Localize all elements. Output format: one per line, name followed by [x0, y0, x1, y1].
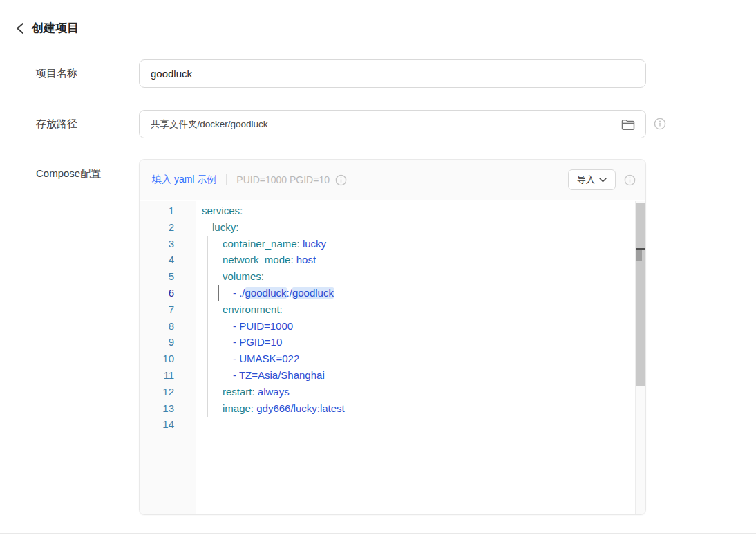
create-project-page: 创建项目 项目名称 存放路径 Compose配置 填入 yaml 示例 PUID… — [0, 0, 756, 542]
import-info-icon[interactable] — [624, 174, 636, 186]
folder-icon — [621, 119, 635, 131]
project-name-input[interactable] — [139, 59, 646, 88]
indent-guide — [207, 236, 208, 417]
line-number: 3 — [140, 236, 196, 252]
line-number: 5 — [140, 268, 196, 285]
code-token: gdy666/lucky:latest — [254, 402, 345, 414]
compose-editor-panel: 填入 yaml 示例 PUID=1000 PGID=10 导入 12345678… — [139, 159, 646, 515]
code-token: network_mode: — [223, 254, 294, 265]
line-number: 14 — [140, 416, 196, 433]
code-line[interactable]: services: — [197, 203, 635, 219]
chevron-down-icon — [599, 178, 607, 183]
hint-info-icon[interactable] — [335, 174, 347, 186]
line-number: 10 — [140, 351, 196, 367]
code-line[interactable]: - PUID=1000 — [197, 318, 635, 335]
code-line[interactable] — [197, 416, 635, 433]
left-edge-divider — [1, 0, 1, 542]
code-line[interactable]: - TZ=Asia/Shanghai — [197, 367, 635, 384]
back-button[interactable] — [12, 21, 28, 36]
code-token: environment: — [223, 303, 283, 315]
import-button-label: 导入 — [577, 174, 595, 186]
line-number: 4 — [140, 252, 196, 268]
code-line[interactable]: restart: always — [197, 384, 635, 400]
indent-guide — [218, 318, 218, 384]
compose-editor-toolbar: 填入 yaml 示例 PUID=1000 PGID=10 导入 — [140, 160, 645, 200]
code-token: - UMASK=022 — [233, 353, 299, 364]
code-line[interactable]: image: gdy666/lucky:latest — [197, 400, 635, 417]
scrollbar-track[interactable] — [636, 203, 645, 386]
code-line[interactable]: - UMASK=022 — [197, 351, 635, 367]
folder-browse-button[interactable] — [620, 117, 636, 132]
line-number: 9 — [140, 334, 196, 351]
code-token: - TZ=Asia/Shanghai — [233, 369, 325, 381]
editor-scrollbar[interactable] — [636, 201, 645, 514]
code-token: always — [255, 386, 290, 398]
code-token: goodluck — [245, 287, 287, 299]
scrollbar-thumb[interactable] — [636, 250, 642, 261]
path-info-icon[interactable] — [654, 118, 666, 130]
import-button[interactable]: 导入 — [568, 169, 616, 190]
code-token: volumes: — [223, 270, 264, 282]
code-token: - ./ — [233, 287, 245, 299]
text-cursor — [218, 285, 219, 301]
code-line[interactable]: - ./goodluck:/goodluck — [197, 285, 635, 301]
line-number: 1 — [140, 203, 196, 219]
line-number: 7 — [140, 301, 196, 318]
line-number: 12 — [140, 384, 196, 400]
code-token: :/ — [287, 287, 292, 299]
puid-pgid-hint: PUID=1000 PGID=10 — [236, 174, 330, 185]
code-token: - PUID=1000 — [233, 320, 293, 332]
code-line[interactable]: - PGID=10 — [197, 334, 635, 351]
code-token: restart: — [223, 386, 255, 398]
code-line[interactable]: container_name: lucky — [197, 236, 635, 252]
toolbar-divider — [226, 174, 227, 185]
code-token: services: — [202, 205, 243, 216]
code-line[interactable]: environment: — [197, 301, 635, 318]
code-token: goodluck — [292, 287, 334, 299]
line-number: 6 — [140, 285, 196, 301]
code-line[interactable]: network_mode: host — [197, 252, 635, 268]
code-token: - PGID=10 — [233, 336, 282, 348]
line-number: 2 — [140, 219, 196, 236]
editor-gutter: 1234567891011121314 — [140, 201, 196, 514]
project-name-label: 项目名称 — [36, 66, 77, 80]
chevron-left-icon — [15, 22, 25, 35]
code-token: image: — [223, 402, 254, 414]
code-token: container_name: — [223, 238, 300, 250]
code-token: lucky — [300, 238, 326, 250]
code-line[interactable]: volumes: — [197, 268, 635, 285]
storage-path-input[interactable] — [139, 110, 646, 138]
storage-path-label: 存放路径 — [36, 117, 77, 131]
line-number: 8 — [140, 318, 196, 335]
editor-gutter-numbers: 1234567891011121314 — [140, 203, 196, 433]
line-number: 13 — [140, 400, 196, 417]
editor-lines: services:lucky:container_name: luckynetw… — [197, 203, 635, 433]
line-number: 11 — [140, 367, 196, 384]
fill-yaml-example-link[interactable]: 填入 yaml 示例 — [152, 174, 216, 186]
code-line[interactable]: lucky: — [197, 219, 635, 236]
code-token: host — [294, 254, 316, 265]
code-token: lucky: — [212, 221, 238, 233]
footer-divider — [0, 533, 756, 534]
yaml-editor[interactable]: 1234567891011121314 services:lucky:conta… — [140, 201, 645, 514]
compose-config-label: Compose配置 — [36, 167, 101, 180]
page-title: 创建项目 — [32, 21, 79, 36]
editor-code-area[interactable]: services:lucky:container_name: luckynetw… — [197, 201, 636, 514]
